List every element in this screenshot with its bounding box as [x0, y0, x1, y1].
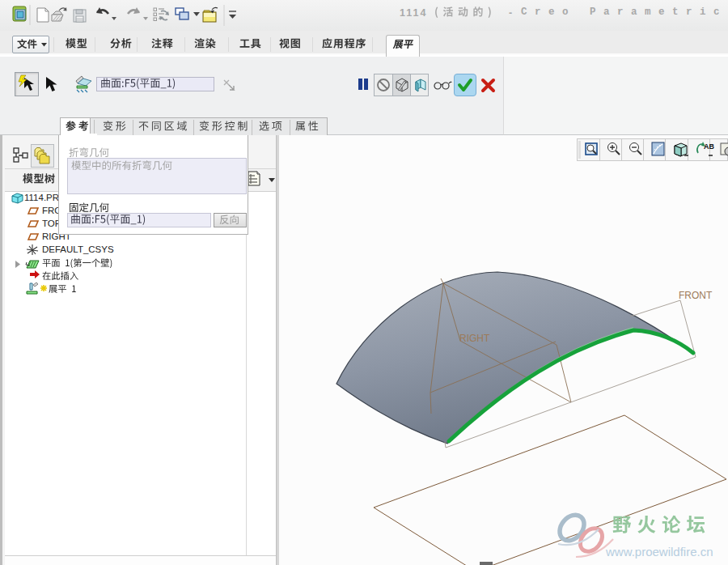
svg-text:www.proewildfire.cn: www.proewildfire.cn [605, 545, 713, 559]
svg-text:RIGHT: RIGHT [459, 333, 490, 344]
svg-text:AB: AB [704, 142, 714, 151]
svg-text:FRONT: FRONT [679, 290, 713, 301]
